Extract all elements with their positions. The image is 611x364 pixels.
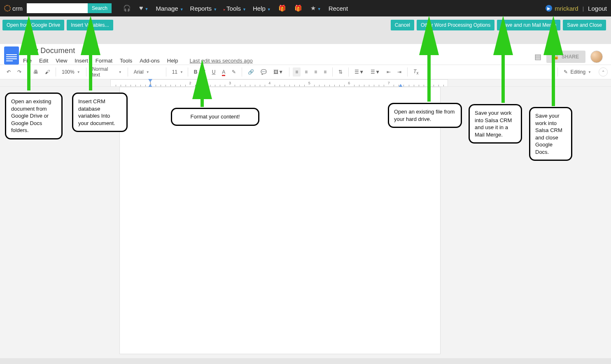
insert-variables-button[interactable]: Insert Variables... (67, 20, 113, 30)
mode-dropdown[interactable]: ✎ Editing▼ (560, 67, 595, 77)
star-icon[interactable]: ★▼ (310, 5, 321, 12)
crm-top-nav: crm Search 🎧 ♥▼ Manage▼ Reports▼ ▸Tools▼… (0, 0, 611, 16)
lock-icon: 🔒 (553, 54, 559, 60)
docs-frame: New Document ☆ 📁 File Edit View Insert F… (0, 44, 611, 358)
line-spacing-icon[interactable]: ⇅ (336, 67, 345, 77)
docs-menu-bar: File Edit View Insert Format Tools Add-o… (23, 58, 253, 64)
search-wrap: Search (27, 3, 112, 13)
indent-decrease-icon[interactable]: ⇤ (384, 67, 393, 77)
underline-icon[interactable]: U (210, 67, 218, 77)
menu-tools[interactable]: ▸Tools▼ (224, 5, 246, 12)
user-avatar-icon: ▶ (546, 5, 552, 12)
style-dropdown[interactable]: Normal text▼ (89, 65, 125, 79)
document-page[interactable] (119, 87, 441, 354)
menu-addons[interactable]: Add-ons (140, 58, 159, 64)
numbered-list-icon[interactable]: ☰▼ (352, 67, 366, 77)
link-icon[interactable]: 🔗 (245, 67, 257, 77)
docs-header: New Document ☆ 📁 File Edit View Insert F… (0, 44, 611, 65)
collapse-toolbar-icon[interactable]: ⌃ (599, 67, 608, 77)
redo-icon[interactable]: ↷ (15, 67, 24, 77)
font-dropdown[interactable]: Arial▼ (131, 67, 163, 77)
menu-file[interactable]: File (23, 58, 32, 64)
menu-manage[interactable]: Manage▼ (156, 5, 183, 12)
bulleted-list-icon[interactable]: ☰▼ (368, 67, 382, 77)
align-right-icon[interactable]: ≡ (312, 67, 319, 77)
username[interactable]: mrickard (555, 5, 578, 12)
crm-brand-text: crm (12, 5, 23, 12)
page-area (0, 87, 611, 358)
clear-format-icon[interactable]: Tx (411, 67, 421, 77)
menu-format[interactable]: Format (96, 58, 112, 64)
menu-view[interactable]: View (56, 58, 67, 64)
italic-icon[interactable]: I (201, 67, 208, 77)
folder-icon[interactable]: 📁 (92, 47, 100, 55)
fontsize-dropdown[interactable]: 11▼ (169, 67, 185, 77)
heart-icon[interactable]: ♥▼ (139, 5, 148, 12)
align-justify-icon[interactable]: ≡ (321, 67, 329, 77)
image-icon[interactable]: 🖼▼ (271, 67, 286, 77)
save-close-button[interactable]: Save and Close (563, 20, 606, 30)
menu-help-docs[interactable]: Help (167, 58, 178, 64)
gift-icon[interactable]: 🎁 (278, 5, 286, 12)
menu-insert[interactable]: Insert (75, 58, 88, 64)
ruler-area: 1234567 (0, 79, 611, 87)
menu-edit[interactable]: Edit (39, 58, 48, 64)
paint-format-icon[interactable]: 🖌 (42, 67, 52, 77)
gift-icon-2[interactable]: 🎁 (294, 5, 302, 12)
headphones-icon[interactable]: 🎧 (123, 5, 131, 12)
other-options-button[interactable]: Other Word Processing Options (417, 20, 494, 30)
ruler[interactable]: 1234567 (110, 79, 448, 87)
action-bar: Open from Google Drive Insert Variables.… (0, 16, 611, 34)
docs-logo-icon[interactable] (4, 46, 19, 65)
profile-avatar[interactable] (590, 51, 603, 63)
docs-toolbar: ↶ ↷ 🖶 🖌 100%▼ Normal text▼ Arial▼ 11▼ B … (0, 65, 611, 79)
text-color-icon[interactable]: A (219, 67, 228, 77)
zoom-dropdown[interactable]: 100%▼ (58, 67, 84, 77)
align-center-icon[interactable]: ≡ (302, 67, 310, 77)
search-input[interactable] (27, 3, 88, 13)
last-edit-text[interactable]: Last edit was seconds ago (190, 58, 253, 64)
nav-separator: | (583, 5, 584, 12)
comment-add-icon[interactable]: 💬 (258, 67, 269, 77)
align-left-icon[interactable]: ≡ (293, 67, 301, 77)
crm-logo[interactable]: crm (4, 5, 23, 12)
print-icon[interactable]: 🖶 (31, 67, 41, 77)
bold-icon[interactable]: B (191, 67, 200, 77)
logout-link[interactable]: Logout (588, 5, 607, 12)
comments-icon[interactable]: ▤ (534, 52, 541, 61)
menu-recent[interactable]: Recent (329, 5, 348, 12)
cancel-button[interactable]: Cancel (391, 20, 414, 30)
save-mail-merge-button[interactable]: Save and run Mail Merge (497, 20, 560, 30)
star-doc-icon[interactable]: ☆ (81, 48, 86, 54)
highlight-icon[interactable]: ✎ (229, 67, 238, 77)
menu-reports[interactable]: Reports▼ (190, 5, 217, 12)
undo-icon[interactable]: ↶ (4, 67, 13, 77)
search-button[interactable]: Search (88, 3, 112, 13)
crm-logo-icon (4, 5, 11, 12)
doc-title[interactable]: New Document (23, 46, 75, 55)
indent-increase-icon[interactable]: ⇥ (395, 67, 404, 77)
menu-tools-docs[interactable]: Tools (120, 58, 132, 64)
share-button[interactable]: 🔒 SHARE (546, 51, 585, 63)
open-from-drive-button[interactable]: Open from Google Drive (2, 20, 64, 30)
menu-help[interactable]: Help▼ (253, 5, 271, 12)
pencil-icon: ✎ (564, 69, 568, 75)
